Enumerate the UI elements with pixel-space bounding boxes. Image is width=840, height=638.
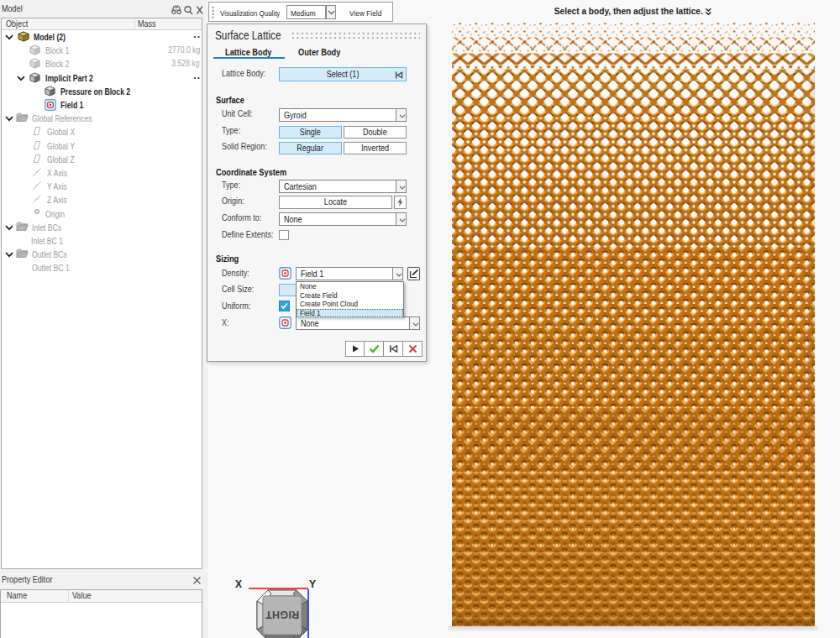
svg-text:RIGHT: RIGHT [265,609,299,620]
